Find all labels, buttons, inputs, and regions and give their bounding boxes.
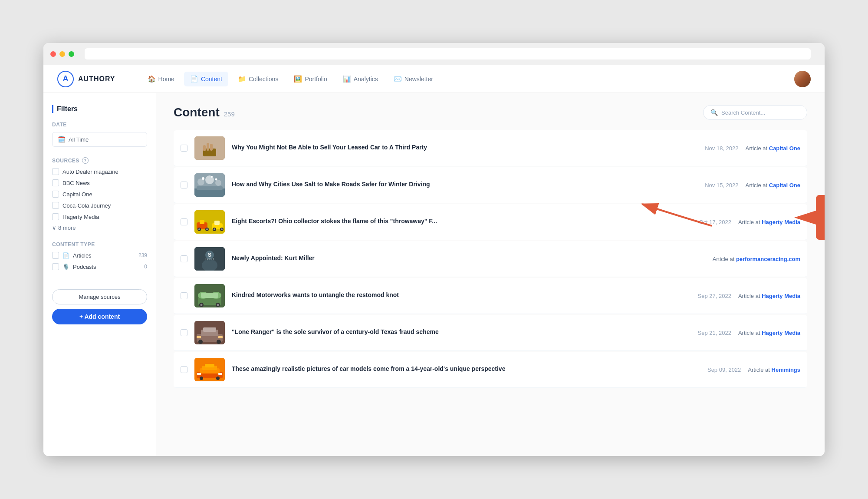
article-info-5: Kindred Motorworks wants to untangle the…	[232, 291, 691, 301]
svg-rect-49	[218, 336, 223, 338]
svg-point-56	[216, 377, 220, 380]
date-filter-section: Date 🗓️ All Time	[52, 122, 147, 147]
svg-rect-58	[218, 373, 222, 375]
table-row[interactable]: Eight Escorts?! Ohio collector stokes th…	[174, 204, 807, 240]
tooltip-callout: Jim has an indexed archive of all the ar…	[816, 195, 825, 240]
row-checkbox-5[interactable]	[181, 292, 187, 299]
content-type-podcasts-left: 🎙️ Podcasts	[52, 263, 96, 270]
date-select[interactable]: 🗓️ All Time	[52, 132, 147, 147]
add-content-button[interactable]: + Add content	[52, 309, 147, 324]
main-content: Content 259 🔍 Search Content...	[156, 93, 825, 456]
row-checkbox-3[interactable]	[181, 218, 187, 225]
article-meta-3: Oct 17, 2022 Article at Hagerty Media	[699, 219, 800, 225]
row-checkbox-1[interactable]	[181, 145, 187, 152]
address-bar[interactable]	[85, 48, 811, 59]
app: A AUTHORY 🏠 Home 📄 Content 📁 Collections	[43, 65, 825, 456]
article-info-7: These amazingly realistic pictures of ca…	[232, 365, 700, 374]
browser-chrome	[43, 43, 825, 65]
home-icon: 🏠	[148, 75, 156, 83]
maximize-button[interactable]	[69, 51, 74, 57]
article-source-1: Article at Capital One	[746, 145, 800, 152]
nav-item-home[interactable]: 🏠 Home	[141, 72, 181, 86]
source-checkbox-capital-one[interactable]	[52, 191, 59, 198]
content-type-label-podcasts: Podcasts	[73, 264, 96, 270]
article-source-2: Article at Capital One	[746, 182, 800, 188]
table-row[interactable]: These amazingly realistic pictures of ca…	[174, 352, 807, 388]
content-type-label: Content type	[52, 241, 147, 248]
nav-label-content: Content	[201, 76, 222, 83]
logo-area[interactable]: A AUTHORY	[57, 71, 115, 87]
top-nav: A AUTHORY 🏠 Home 📄 Content 📁 Collections	[43, 65, 825, 93]
content-type-checkbox-podcasts[interactable]	[52, 263, 59, 270]
article-title-2: How and Why Cities Use Salt to Make Road…	[232, 180, 698, 189]
source-item-hagerty[interactable]: Hagerty Media	[52, 213, 147, 220]
article-thumbnail-7	[194, 358, 225, 381]
article-meta-6: Sep 21, 2022 Article at Hagerty Media	[698, 330, 800, 336]
article-source-4: Article at performanceracing.com	[713, 256, 800, 262]
source-item-auto-dealer[interactable]: Auto Dealer magazine	[52, 168, 147, 175]
articles-count: 239	[138, 252, 147, 258]
podcasts-count: 0	[144, 264, 147, 270]
analytics-icon: 📊	[343, 75, 351, 83]
row-checkbox-2[interactable]	[181, 182, 187, 188]
browser-window: A AUTHORY 🏠 Home 📄 Content 📁 Collections	[43, 43, 825, 456]
show-more-sources[interactable]: ∨ 8 more	[52, 225, 147, 231]
avatar[interactable]	[794, 71, 811, 87]
source-checkbox-coca-cola[interactable]	[52, 202, 59, 209]
article-date-3: Oct 17, 2022	[699, 219, 731, 225]
source-checkbox-auto-dealer[interactable]	[52, 168, 59, 175]
podcasts-icon: 🎙️	[62, 264, 69, 270]
svg-rect-16	[200, 220, 204, 224]
collections-icon: 📁	[238, 75, 246, 83]
nav-item-collections[interactable]: 📁 Collections	[232, 72, 284, 86]
nav-label-home: Home	[158, 76, 174, 83]
article-title-5: Kindred Motorworks wants to untangle the…	[232, 291, 691, 300]
source-label-bbc: BBC News	[62, 180, 90, 186]
minimize-button[interactable]	[59, 51, 65, 57]
close-button[interactable]	[50, 51, 56, 57]
article-title-6: "Lone Ranger" is the sole survivor of a …	[232, 328, 691, 337]
table-row[interactable]: S SCBR Newly Appointed: Kurt Miller Arti…	[174, 241, 807, 277]
nav-item-newsletter[interactable]: ✉️ Newsletter	[388, 72, 439, 86]
row-checkbox-4[interactable]	[181, 255, 187, 262]
content-type-checkbox-articles[interactable]	[52, 252, 59, 259]
source-checkbox-hagerty[interactable]	[52, 213, 59, 220]
source-item-capital-one[interactable]: Capital One	[52, 191, 147, 198]
search-box[interactable]: 🔍 Search Content...	[703, 105, 807, 120]
table-row[interactable]: Kindred Motorworks wants to untangle the…	[174, 278, 807, 314]
manage-sources-button[interactable]: Manage sources	[52, 289, 147, 304]
row-checkbox-7[interactable]	[181, 366, 187, 373]
page-title: Content	[174, 106, 220, 119]
article-source-6: Article at Hagerty Media	[738, 330, 800, 336]
article-info-2: How and Why Cities Use Salt to Make Road…	[232, 180, 698, 190]
source-label-auto-dealer: Auto Dealer magazine	[62, 169, 118, 175]
search-placeholder: Search Content...	[721, 109, 765, 116]
date-filter-label: Date	[52, 122, 147, 128]
article-date-7: Sep 09, 2022	[707, 367, 741, 373]
row-checkbox-6[interactable]	[181, 329, 187, 336]
sources-help-icon[interactable]: ?	[82, 157, 89, 164]
svg-rect-48	[197, 336, 201, 338]
svg-point-46	[198, 340, 203, 344]
content-type-articles-left: 📄 Articles	[52, 252, 92, 259]
article-meta-1: Nov 18, 2022 Article at Capital One	[705, 145, 800, 152]
nav-item-portfolio[interactable]: 🖼️ Portfolio	[288, 72, 333, 86]
source-label-coca-cola: Coca-Cola Journey	[62, 202, 111, 209]
table-row[interactable]: Why You Might Not Be Able to Sell Your L…	[174, 130, 807, 166]
article-thumbnail-6	[194, 321, 225, 344]
article-info-4: Newly Appointed: Kurt Miller	[232, 254, 699, 264]
nav-label-analytics: Analytics	[354, 76, 378, 83]
content-type-articles-row[interactable]: 📄 Articles 239	[52, 252, 147, 259]
content-type-podcasts-row[interactable]: 🎙️ Podcasts 0	[52, 263, 147, 270]
source-checkbox-bbc[interactable]	[52, 179, 59, 186]
nav-item-content[interactable]: 📄 Content	[184, 72, 228, 86]
logo-icon: A	[57, 71, 74, 87]
article-source-7: Article at Hemmings	[748, 367, 800, 373]
table-row[interactable]: "Lone Ranger" is the sole survivor of a …	[174, 315, 807, 351]
source-item-coca-cola[interactable]: Coca-Cola Journey	[52, 202, 147, 209]
table-row[interactable]: How and Why Cities Use Salt to Make Road…	[174, 167, 807, 203]
article-meta-7: Sep 09, 2022 Article at Hemmings	[707, 367, 800, 373]
nav-item-analytics[interactable]: 📊 Analytics	[337, 72, 384, 86]
source-item-bbc[interactable]: BBC News	[52, 179, 147, 186]
svg-rect-37	[201, 293, 218, 298]
